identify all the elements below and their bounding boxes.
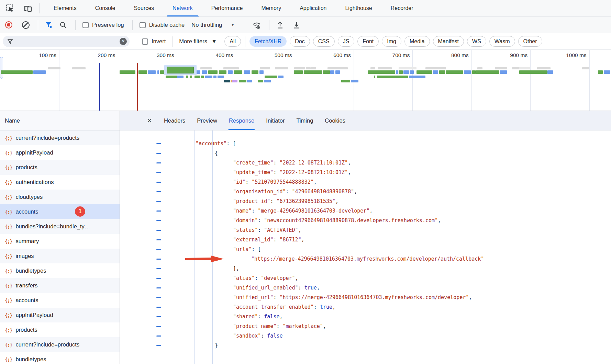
- fold-toggle-icon[interactable]: [156, 153, 161, 154]
- fold-toggle-icon[interactable]: [156, 239, 161, 240]
- waterfall-bar: [306, 67, 311, 69]
- fold-toggle-icon[interactable]: [156, 249, 161, 250]
- fold-toggle-icon[interactable]: [156, 268, 161, 269]
- fold-toggle-icon[interactable]: [156, 259, 161, 260]
- throttling-dropdown[interactable]: No throttling ▼: [191, 22, 234, 28]
- filter-chip-wasm[interactable]: Wasm: [489, 36, 515, 47]
- request-row-bundletypes[interactable]: {;}bundletypes: [0, 352, 120, 364]
- record-network-log-button[interactable]: [5, 21, 12, 29]
- preserve-log-checkbox-box[interactable]: [82, 22, 89, 28]
- request-row-accounts[interactable]: {;}accounts: [0, 293, 120, 308]
- detail-tab-response[interactable]: Response: [229, 111, 254, 130]
- waterfall-bar: [48, 67, 60, 69]
- export-har-icon[interactable]: [293, 21, 300, 29]
- fold-toggle-icon[interactable]: [156, 143, 161, 144]
- invert-checkbox-box[interactable]: [142, 38, 148, 45]
- filter-chip-js[interactable]: JS: [338, 36, 355, 47]
- import-har-icon[interactable]: [276, 21, 284, 29]
- request-row-bundles-include-bundle-ty[interactable]: {;}bundles?include=bundle_ty…: [0, 219, 120, 234]
- fold-toggle-icon[interactable]: [156, 307, 161, 308]
- clear-filter-icon[interactable]: ✕: [120, 38, 127, 45]
- fold-toggle-icon[interactable]: [156, 211, 161, 212]
- fold-toggle-icon[interactable]: [156, 316, 161, 317]
- detail-tab-cookies[interactable]: Cookies: [325, 111, 345, 130]
- fold-toggle-icon[interactable]: [156, 172, 161, 173]
- disable-cache-checkbox[interactable]: Disable cache: [140, 22, 185, 28]
- filter-chip-css[interactable]: CSS: [313, 36, 335, 47]
- waterfall-bar: [500, 67, 505, 69]
- network-conditions-icon[interactable]: [252, 21, 262, 30]
- request-row-accounts[interactable]: {;}accounts1: [0, 204, 120, 219]
- main-tab-application[interactable]: Application: [290, 0, 336, 16]
- code-token: "67136239985181535": [276, 198, 335, 204]
- response-line-13: "https://merge-429664981016364703.myfres…: [120, 254, 611, 264]
- request-row-images[interactable]: {;}images: [0, 249, 120, 263]
- overview-left-handle[interactable]: [0, 57, 3, 79]
- fold-toggle-icon[interactable]: [156, 335, 161, 337]
- code-token: true: [320, 304, 332, 310]
- filter-chip-doc[interactable]: Doc: [290, 36, 310, 47]
- disable-cache-checkbox-box[interactable]: [140, 22, 146, 28]
- filter-input[interactable]: ✕: [3, 36, 130, 47]
- request-row-cloudtypes[interactable]: {;}cloudtypes: [0, 190, 120, 204]
- detail-tab-timing[interactable]: Timing: [296, 111, 313, 130]
- fold-toggle-icon[interactable]: [156, 191, 161, 192]
- request-row-appinitpayload[interactable]: {;}appInitPayload: [0, 145, 120, 160]
- more-filters-dropdown[interactable]: More filters ▼: [179, 38, 217, 45]
- main-tab-memory[interactable]: Memory: [252, 0, 290, 16]
- device-toolbar-icon[interactable]: [22, 3, 34, 14]
- filter-chip-ws[interactable]: WS: [467, 36, 486, 47]
- code-token: ,: [279, 314, 282, 320]
- filter-chip-media[interactable]: Media: [404, 36, 430, 47]
- request-row-current-include-products[interactable]: {;}current?include=products: [0, 337, 120, 352]
- filter-chip-all[interactable]: All: [224, 36, 241, 47]
- invert-checkbox[interactable]: Invert: [142, 38, 166, 45]
- request-row-authentications[interactable]: {;}authentications: [0, 175, 120, 190]
- request-row-current-include-products[interactable]: {;}current?include=products: [0, 130, 120, 145]
- fold-toggle-icon[interactable]: [156, 230, 161, 231]
- response-line-19: "shared": false,: [120, 312, 611, 321]
- waterfall-bar: [138, 70, 147, 74]
- clear-network-log-button[interactable]: [22, 21, 30, 29]
- request-row-summary[interactable]: {;}summary: [0, 234, 120, 249]
- main-tab-performance[interactable]: Performance: [202, 0, 252, 16]
- main-tab-recorder[interactable]: Recorder: [381, 0, 423, 16]
- waterfall-overview[interactable]: 100 ms200 ms300 ms400 ms500 ms600 ms700 …: [0, 50, 611, 111]
- request-row-appinitpayload[interactable]: {;}appInitPayload: [0, 308, 120, 322]
- json-resource-icon: {;}: [5, 268, 12, 274]
- filter-chip-manifest[interactable]: Manifest: [433, 36, 464, 47]
- fold-toggle-icon[interactable]: [156, 297, 161, 298]
- fold-toggle-icon[interactable]: [156, 326, 161, 327]
- fold-toggle-icon[interactable]: [156, 220, 161, 221]
- fold-toggle-icon[interactable]: [156, 201, 161, 202]
- name-column-header[interactable]: Name: [0, 111, 120, 130]
- main-tab-sources[interactable]: Sources: [124, 0, 163, 16]
- main-tab-network[interactable]: Network: [163, 0, 202, 16]
- search-icon[interactable]: [59, 21, 67, 29]
- fold-toggle-icon[interactable]: [156, 345, 161, 346]
- request-row-products[interactable]: {;}products: [0, 322, 120, 337]
- filter-chip-other[interactable]: Other: [518, 36, 542, 47]
- preserve-log-checkbox[interactable]: Preserve log: [82, 22, 124, 28]
- detail-tab-headers[interactable]: Headers: [164, 111, 185, 130]
- fold-toggle-icon[interactable]: [156, 182, 161, 183]
- filter-icon[interactable]: [45, 22, 53, 29]
- main-tab-lighthouse[interactable]: Lighthouse: [336, 0, 381, 16]
- fold-toggle-icon[interactable]: [156, 278, 161, 279]
- inspect-element-icon[interactable]: [4, 3, 16, 14]
- filter-chip-img[interactable]: Img: [382, 36, 401, 47]
- main-tab-console[interactable]: Console: [86, 0, 125, 16]
- detail-tab-initiator[interactable]: Initiator: [266, 111, 285, 130]
- tabbar-divider: [39, 3, 40, 13]
- close-icon[interactable]: ✕: [147, 117, 152, 125]
- request-row-transfers[interactable]: {;}transfers: [0, 278, 120, 293]
- detail-tab-preview[interactable]: Preview: [197, 111, 217, 130]
- fold-toggle-icon[interactable]: [156, 287, 161, 288]
- filter-chip-fetch-xhr[interactable]: Fetch/XHR: [249, 36, 287, 47]
- request-row-bundletypes[interactable]: {;}bundletypes: [0, 263, 120, 278]
- request-row-products[interactable]: {;}products: [0, 160, 120, 175]
- fold-toggle-icon[interactable]: [156, 162, 161, 163]
- main-tab-elements[interactable]: Elements: [44, 0, 86, 16]
- timeline-tick-label: 400 ms: [215, 52, 236, 58]
- filter-chip-font[interactable]: Font: [357, 36, 379, 47]
